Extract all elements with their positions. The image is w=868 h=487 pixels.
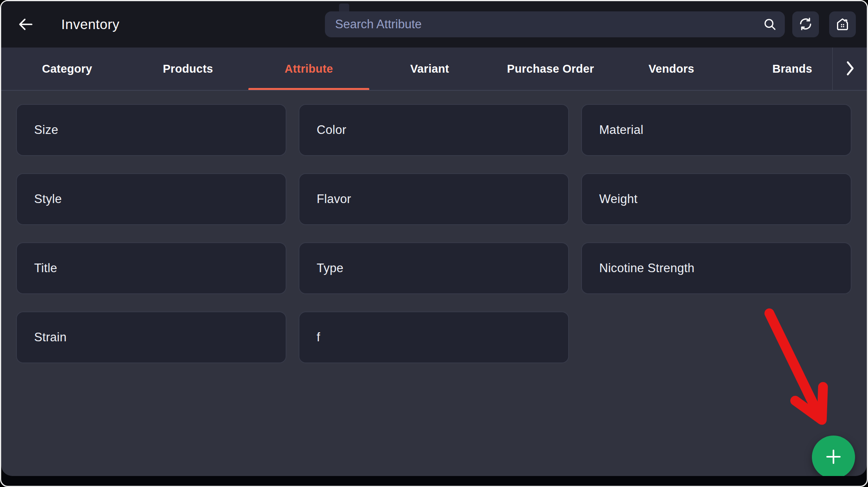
page-title: Inventory xyxy=(61,16,119,32)
attribute-card-strain[interactable]: Strain xyxy=(16,311,286,363)
attribute-card-f[interactable]: f xyxy=(299,311,569,363)
app-window: Inventory xyxy=(1,1,867,476)
refresh-button[interactable] xyxy=(792,11,819,37)
attribute-label: Material xyxy=(599,123,644,137)
tab-brands[interactable]: Brands xyxy=(732,48,832,90)
attribute-label: Size xyxy=(34,123,58,137)
tab-attribute[interactable]: Attribute xyxy=(248,48,369,90)
refresh-icon xyxy=(798,16,813,33)
top-bar: Inventory xyxy=(1,1,867,48)
arrow-left-icon xyxy=(16,16,35,34)
attribute-label: Type xyxy=(317,261,343,275)
attribute-label: Title xyxy=(34,261,57,275)
tabs-strip: Category Products Attribute Variant Purc… xyxy=(1,48,832,90)
tab-products[interactable]: Products xyxy=(128,48,248,90)
tab-purchase-order[interactable]: Purchase Order xyxy=(490,48,611,90)
attribute-label: Strain xyxy=(34,330,67,344)
attribute-card-color[interactable]: Color xyxy=(299,104,569,156)
search-icon[interactable] xyxy=(762,16,778,32)
screenshot-frame: Inventory xyxy=(0,0,868,487)
attribute-card-style[interactable]: Style xyxy=(16,173,286,225)
chevron-right-icon xyxy=(843,59,857,79)
attribute-label: Style xyxy=(34,192,62,206)
attribute-label: Flavor xyxy=(317,192,351,206)
attribute-list: Size Color Material Style Flavor Weight … xyxy=(1,92,867,476)
back-button[interactable] xyxy=(11,11,40,39)
search-bar xyxy=(325,11,785,37)
attribute-label: f xyxy=(317,330,320,344)
tab-variant[interactable]: Variant xyxy=(369,48,490,90)
attribute-card-weight[interactable]: Weight xyxy=(581,173,852,225)
attribute-label: Color xyxy=(317,123,346,137)
attribute-card-size[interactable]: Size xyxy=(16,104,286,156)
store-button[interactable] xyxy=(829,11,856,37)
attribute-card-title[interactable]: Title xyxy=(16,242,286,294)
store-icon xyxy=(835,16,850,33)
tab-category[interactable]: Category xyxy=(7,48,128,90)
attribute-card-flavor[interactable]: Flavor xyxy=(299,173,569,225)
tab-vendors[interactable]: Vendors xyxy=(611,48,732,90)
search-input[interactable] xyxy=(325,11,785,37)
tabs-scroll-next-button[interactable] xyxy=(832,48,867,90)
attribute-label: Nicotine Strength xyxy=(599,261,695,275)
attribute-label: Weight xyxy=(599,192,638,206)
plus-icon xyxy=(823,447,844,468)
attribute-card-nicotine-strength[interactable]: Nicotine Strength xyxy=(581,242,852,294)
attribute-card-type[interactable]: Type xyxy=(299,242,569,294)
attribute-card-material[interactable]: Material xyxy=(581,104,852,156)
tab-bar: Category Products Attribute Variant Purc… xyxy=(1,48,867,91)
attribute-grid: Size Color Material Style Flavor Weight … xyxy=(16,104,852,363)
add-attribute-button[interactable] xyxy=(812,436,855,476)
